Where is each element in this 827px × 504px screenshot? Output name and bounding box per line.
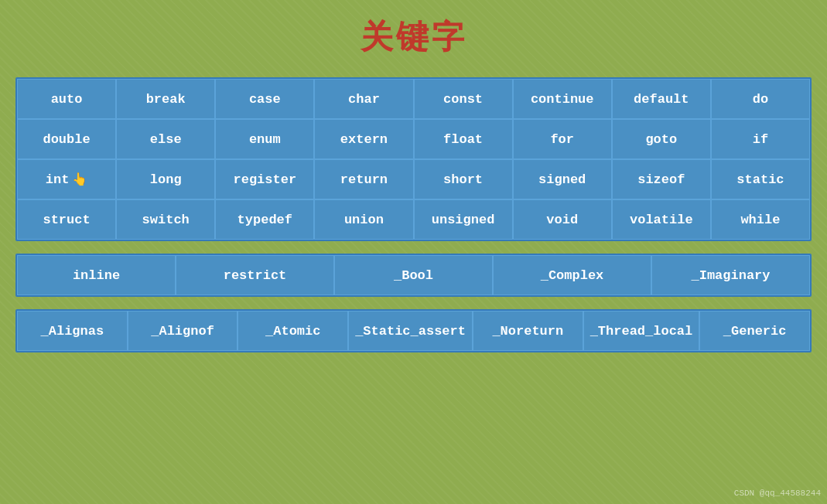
keyword-cell-else[interactable]: else: [116, 119, 215, 159]
keyword-cell-complex[interactable]: _Complex: [493, 255, 651, 295]
keyword-cell-threadlocal[interactable]: _Thread_local: [583, 311, 700, 351]
keyword-cell-generic[interactable]: _Generic: [699, 311, 810, 351]
keyword-cell-for[interactable]: for: [513, 119, 612, 159]
keyword-cell-default[interactable]: default: [612, 79, 711, 119]
keyword-cell-imaginary[interactable]: _Imaginary: [651, 255, 810, 295]
keyword-cell-struct[interactable]: struct: [17, 199, 116, 240]
keyword-cell-long[interactable]: long: [116, 159, 215, 199]
keyword-grid-c99: inlinerestrict_Bool_Complex_Imaginary: [17, 255, 810, 295]
keyword-cell-volatile[interactable]: volatile: [612, 199, 711, 240]
keyword-cell-static[interactable]: static: [711, 159, 810, 199]
keyword-section-c99: inlinerestrict_Bool_Complex_Imaginary: [15, 254, 812, 297]
keyword-cell-char[interactable]: char: [314, 79, 413, 119]
keyword-cell-alignas[interactable]: _Alignas: [17, 311, 128, 351]
keyword-cell-signed[interactable]: signed: [513, 159, 612, 199]
keyword-cell-while[interactable]: while: [711, 199, 810, 240]
keyword-cell-staticassert[interactable]: _Static_assert: [348, 311, 473, 351]
keyword-cell-typedef[interactable]: typedef: [215, 199, 314, 240]
keyword-cell-auto[interactable]: auto: [17, 79, 116, 119]
keyword-section-c11: _Alignas_Alignof_Atomic_Static_assert_No…: [15, 309, 812, 352]
keyword-cell-unsigned[interactable]: unsigned: [414, 199, 513, 240]
keyword-cell-union[interactable]: union: [314, 199, 413, 240]
keyword-cell-return[interactable]: return: [314, 159, 413, 199]
keyword-cell-short[interactable]: short: [414, 159, 513, 199]
keyword-grid-c89: autobreakcasecharconstcontinuedefaultdod…: [17, 79, 810, 240]
keyword-cell-restrict[interactable]: restrict: [176, 255, 334, 295]
keyword-cell-switch[interactable]: switch: [116, 199, 215, 240]
page-title: 关键字: [15, 15, 812, 59]
keyword-cell-noreturn[interactable]: _Noreturn: [473, 311, 583, 351]
keyword-cell-if[interactable]: if: [711, 119, 810, 159]
keyword-cell-atomic[interactable]: _Atomic: [238, 311, 348, 351]
keyword-cell-inline[interactable]: inline: [17, 255, 176, 295]
keyword-cell-sizeof[interactable]: sizeof: [612, 159, 711, 199]
keyword-cell-bool[interactable]: _Bool: [334, 255, 493, 295]
keyword-cell-void[interactable]: void: [513, 199, 612, 240]
keyword-section-c89: autobreakcasecharconstcontinuedefaultdod…: [15, 77, 812, 241]
keyword-cell-case[interactable]: case: [215, 79, 314, 119]
watermark: CSDN @qq_44588244: [734, 489, 821, 498]
keyword-cell-double[interactable]: double: [17, 119, 116, 159]
keyword-cell-goto[interactable]: goto: [612, 119, 711, 159]
keyword-cell-continue[interactable]: continue: [513, 79, 612, 119]
keyword-cell-int[interactable]: int 👆: [17, 159, 116, 199]
keyword-cell-const[interactable]: const: [414, 79, 513, 119]
keyword-grid-c11: _Alignas_Alignof_Atomic_Static_assert_No…: [17, 311, 810, 351]
keyword-cell-alignof[interactable]: _Alignof: [128, 311, 238, 351]
keyword-cell-extern[interactable]: extern: [314, 119, 413, 159]
keyword-cell-do[interactable]: do: [711, 79, 810, 119]
keyword-cell-register[interactable]: register: [215, 159, 314, 199]
keyword-cell-enum[interactable]: enum: [215, 119, 314, 159]
keyword-cell-break[interactable]: break: [116, 79, 215, 119]
keyword-cell-float[interactable]: float: [414, 119, 513, 159]
